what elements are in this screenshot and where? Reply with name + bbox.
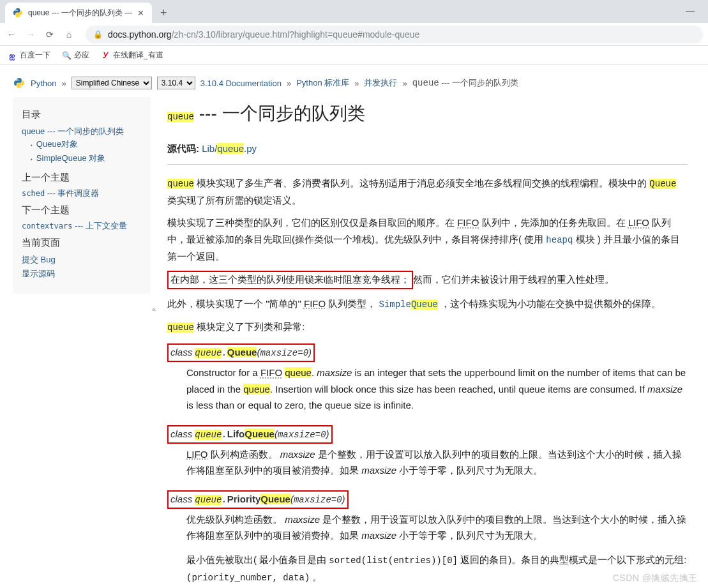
heapq-link[interactable]: heapq	[546, 235, 573, 245]
source-line: 源代码: Lib/queue.py	[167, 140, 688, 157]
para-intro-2: 模块实现了三种类型的队列，它们的区别仅仅是条目取回的顺序。在 FIFO 队列中，…	[167, 215, 688, 264]
sidebar: 目录 queue --- 一个同步的队列类 Queue对象 SimpleQueu…	[13, 97, 151, 294]
breadcrumb-sep: »	[402, 79, 407, 88]
lifo-abbr: LIFO	[628, 217, 649, 228]
body-wrap: 目录 queue --- 一个同步的队列类 Queue对象 SimpleQueu…	[0, 97, 708, 588]
class-priorityqueue-sig: class queue.PriorityQueue(maxsize=0)	[167, 490, 688, 509]
baidu-icon: ஐ	[8, 51, 17, 60]
crumb-documentation[interactable]: 3.10.4 Documentation	[200, 79, 282, 88]
crumb-concurrency[interactable]: 并发执行	[364, 77, 397, 89]
para-lock-note: 在内部，这三个类型的队列使用锁来临时阻塞竞争线程；然而，它们并未被设计用于线程的…	[167, 271, 688, 289]
breadcrumb-sep: »	[354, 79, 359, 88]
sidebar-collapse-icon[interactable]: «	[152, 305, 156, 313]
bookmark-bing[interactable]: 🔍必应	[62, 50, 89, 61]
forward-button: →	[24, 29, 37, 40]
page-body: Python » Simplified Chinese 3.10.4 3.10.…	[0, 65, 708, 588]
python-favicon	[13, 8, 23, 18]
next-topic-link[interactable]: contextvars --- 上下文变量	[22, 220, 142, 232]
toc-item-simplequeue-objects[interactable]: SimpleQueue 对象	[31, 151, 142, 165]
home-button[interactable]: ⌂	[63, 29, 75, 40]
class-queue-sig: class queue.Queue(maxsize=0)	[167, 343, 688, 362]
browser-chrome: queue --- 一个同步的队列类 — ✕ + — ← → ⟳ ⌂ 🔒 doc…	[0, 0, 708, 65]
fifo-abbr: FIFO	[304, 298, 326, 309]
bing-icon: 🔍	[62, 51, 71, 60]
prev-topic-heading: 上一个主题	[22, 172, 142, 184]
toc-item-top[interactable]: queue --- 一个同步的队列类 Queue对象 SimpleQueue 对…	[22, 124, 142, 167]
para-intro-1: queue 模块实现了多生产者、多消费者队列。这特别适用于消息必须安全地在多线程…	[167, 175, 688, 208]
highlighted-box-4: class queue.PriorityQueue(maxsize=0)	[167, 490, 349, 509]
divider	[167, 164, 688, 165]
crumb-stdlib[interactable]: Python 标准库	[296, 77, 349, 89]
browser-toolbar: ← → ⟳ ⌂ 🔒 docs.python.org/zh-cn/3.10/lib…	[0, 23, 708, 46]
class-lifoqueue: class queue.LifoQueue(maxsize=0) LIFO 队列…	[167, 425, 688, 479]
browser-tab[interactable]: queue --- 一个同步的队列类 — ✕	[5, 3, 152, 23]
class-queue-desc: Constructor for a FIFO queue. maxsize is…	[186, 365, 688, 414]
tab-close-icon[interactable]: ✕	[137, 8, 144, 18]
simplequeue-link[interactable]: SimpleQueue	[379, 299, 438, 310]
breadcrumb-sep: »	[287, 79, 291, 88]
class-priorityqueue: class queue.PriorityQueue(maxsize=0) 优先级…	[167, 490, 688, 586]
thispage-heading: 当前页面	[22, 237, 142, 249]
back-button[interactable]: ←	[5, 29, 18, 40]
highlighted-box-3: class queue.LifoQueue(maxsize=0)	[167, 425, 333, 444]
crumb-current: queue --- 一个同步的队列类	[412, 77, 518, 89]
reload-button[interactable]: ⟳	[43, 29, 56, 40]
next-topic-heading: 下一个主题	[22, 204, 142, 216]
toc-list: queue --- 一个同步的队列类 Queue对象 SimpleQueue 对…	[22, 124, 142, 167]
prev-topic-link[interactable]: sched --- 事件调度器	[22, 188, 142, 199]
title-highlight: queue	[167, 112, 194, 122]
version-select[interactable]: 3.10.4	[157, 77, 195, 89]
thispage-list: 提交 Bug 显示源码	[22, 253, 142, 281]
bookmarks-bar: ஐ百度一下 🔍必应 У在线翻译_有道	[0, 46, 708, 65]
source-link[interactable]: Lib/queue.py	[202, 143, 257, 154]
tab-bar: queue --- 一个同步的队列类 — ✕ + —	[0, 0, 708, 23]
crumb-python[interactable]: Python	[31, 79, 56, 88]
class-queue: class queue.Queue(maxsize=0) Constructor…	[167, 343, 688, 414]
relbar: Python » Simplified Chinese 3.10.4 3.10.…	[0, 74, 708, 97]
para-defines: queue 模块定义了下列类和异常:	[167, 319, 688, 336]
page-title: queue --- 一个同步的队列类	[167, 98, 688, 129]
class-lifoqueue-desc: LIFO 队列构造函数。 maxsize 是个整数，用于设置可以放入队列中的项目…	[186, 446, 688, 479]
bookmark-baidu[interactable]: ஐ百度一下	[8, 50, 50, 61]
python-logo-icon	[13, 77, 26, 89]
toc-heading: 目录	[22, 109, 142, 121]
para-simplequeue: 此外，模块实现了一个 "简单的" FIFO 队列类型， SimpleQueue …	[167, 296, 688, 313]
highlighted-box-2: class queue.Queue(maxsize=0)	[167, 343, 315, 362]
fifo-abbr: FIFO	[457, 217, 479, 228]
new-tab-button[interactable]: +	[154, 4, 172, 22]
language-select[interactable]: Simplified Chinese	[72, 77, 152, 89]
address-bar[interactable]: 🔒 docs.python.org/zh-cn/3.10/library/que…	[86, 26, 703, 43]
tab-title: queue --- 一个同步的队列类 —	[28, 8, 132, 19]
report-bug-link[interactable]: 提交 Bug	[22, 253, 142, 267]
bookmark-youdao[interactable]: У在线翻译_有道	[101, 50, 163, 61]
class-lifoqueue-sig: class queue.LifoQueue(maxsize=0)	[167, 425, 688, 444]
main-content: queue --- 一个同步的队列类 源代码: Lib/queue.py que…	[151, 97, 695, 588]
youdao-icon: У	[101, 51, 110, 60]
breadcrumb-sep: »	[61, 79, 66, 88]
class-priorityqueue-desc: 优先级队列构造函数。 maxsize 是个整数，用于设置可以放入队列中的项目数的…	[186, 511, 688, 586]
lock-icon: 🔒	[93, 30, 103, 39]
toc-item-queue-objects[interactable]: Queue对象	[31, 137, 142, 151]
highlighted-box-1: 在内部，这三个类型的队列使用锁来临时阻塞竞争线程；	[167, 271, 413, 289]
priorityqueue-note: 最小值先被取出( 最小值条目是由 sorted(list(entries))[0…	[186, 552, 688, 586]
show-source-link[interactable]: 显示源码	[22, 267, 142, 281]
url-text: docs.python.org/zh-cn/3.10/library/queue…	[108, 29, 419, 40]
window-minimize-icon[interactable]: —	[677, 3, 703, 18]
